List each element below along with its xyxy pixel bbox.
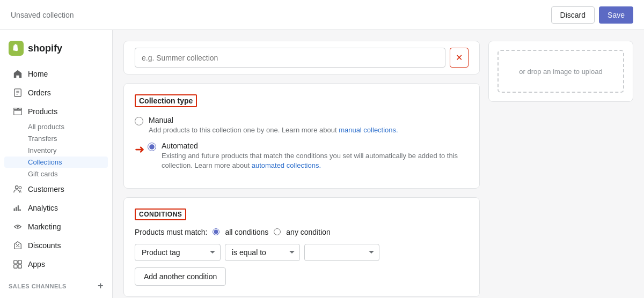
sidebar-item-marketing[interactable]: Marketing bbox=[4, 218, 108, 236]
manual-collections-link[interactable]: manual collections. bbox=[339, 126, 398, 134]
sidebar-item-orders[interactable]: Orders bbox=[4, 84, 108, 102]
sidebar-sub-collections[interactable]: Collections bbox=[4, 157, 108, 168]
sidebar-item-products[interactable]: Products bbox=[4, 102, 108, 121]
automated-label[interactable]: Automated bbox=[162, 141, 198, 150]
discard-button[interactable]: Discard bbox=[551, 6, 595, 24]
collection-name-input[interactable] bbox=[135, 48, 445, 68]
image-drop-area[interactable]: or drop an image to upload bbox=[497, 50, 624, 93]
logo: shopify bbox=[0, 34, 112, 64]
manual-option: Manual Add products to this collection o… bbox=[135, 116, 469, 135]
svg-rect-7 bbox=[18, 265, 21, 268]
automated-desc: Existing and future products that match … bbox=[162, 151, 469, 170]
close-icon: ✕ bbox=[456, 53, 463, 63]
save-button[interactable]: Save bbox=[599, 6, 633, 24]
svg-rect-6 bbox=[14, 265, 17, 268]
any-condition-radio[interactable] bbox=[274, 228, 281, 235]
sidebar-sub-transfers[interactable]: Transfers bbox=[4, 133, 108, 144]
svg-rect-4 bbox=[14, 260, 17, 264]
add-sales-channel-icon[interactable]: + bbox=[98, 280, 104, 292]
svg-point-2 bbox=[19, 187, 21, 189]
sales-channels-section: SALES CHANNELS + bbox=[0, 274, 112, 294]
conditions-header: CONDITIONS bbox=[135, 208, 186, 220]
sidebar-item-analytics[interactable]: Analytics bbox=[4, 199, 108, 217]
sidebar-item-home[interactable]: Home bbox=[4, 65, 108, 83]
products-icon bbox=[13, 107, 23, 116]
drop-text: or drop an image to upload bbox=[519, 68, 602, 76]
main-layout: shopify Home Orders Products All product… bbox=[0, 30, 644, 298]
all-conditions-label[interactable]: all conditions bbox=[225, 228, 268, 236]
automated-radio[interactable] bbox=[148, 143, 156, 151]
condition-value-select[interactable] bbox=[304, 244, 379, 261]
apps-icon bbox=[13, 259, 23, 269]
home-icon bbox=[13, 69, 23, 79]
automated-option-content: Automated Existing and future products t… bbox=[162, 141, 469, 170]
automated-collections-link[interactable]: automated collections. bbox=[252, 161, 321, 169]
sidebar-item-customers[interactable]: Customers bbox=[4, 180, 108, 198]
analytics-icon bbox=[13, 203, 23, 213]
main-content: ✕ Collection type Manual Add products to… bbox=[113, 30, 644, 298]
manual-radio[interactable] bbox=[135, 117, 143, 125]
sidebar-sub-all-products[interactable]: All products bbox=[4, 121, 108, 132]
svg-point-1 bbox=[16, 186, 18, 189]
products-must-match-label: Products must match: bbox=[135, 228, 207, 236]
collection-type-card: Collection type Manual Add products to t… bbox=[123, 83, 480, 189]
condition-field-select[interactable]: Product tag bbox=[135, 244, 221, 261]
manual-desc: Add products to this collection one by o… bbox=[149, 125, 398, 135]
header-actions: Discard Save bbox=[551, 6, 633, 24]
right-panel: or drop an image to upload bbox=[488, 41, 633, 287]
page-header: Unsaved collection Discard Save bbox=[0, 0, 644, 30]
sidebar-item-marketing-label: Marketing bbox=[28, 222, 61, 231]
sidebar-sub-gift-cards[interactable]: Gift cards bbox=[4, 168, 108, 180]
condition-operator-select[interactable]: is equal to bbox=[225, 244, 300, 261]
manual-label[interactable]: Manual bbox=[149, 116, 173, 124]
shopify-logo-text: shopify bbox=[28, 43, 62, 54]
sidebar-item-apps-label: Apps bbox=[28, 260, 45, 269]
any-condition-label[interactable]: any condition bbox=[286, 228, 331, 236]
arrow-indicator: ➜ bbox=[135, 143, 144, 157]
conditions-card: CONDITIONS Products must match: all cond… bbox=[123, 197, 480, 297]
sidebar-item-products-label: Products bbox=[28, 107, 57, 116]
svg-rect-5 bbox=[18, 260, 21, 264]
clear-input-button[interactable]: ✕ bbox=[450, 48, 469, 68]
top-input-row: ✕ bbox=[135, 48, 469, 68]
center-column: ✕ Collection type Manual Add products to… bbox=[123, 41, 480, 287]
add-condition-button[interactable]: Add another condition bbox=[135, 267, 226, 286]
svg-point-3 bbox=[17, 226, 19, 228]
orders-icon bbox=[13, 88, 23, 98]
sidebar-item-online-store[interactable]: Online Store ⚙ bbox=[4, 294, 108, 298]
shopify-logo-icon bbox=[9, 41, 24, 56]
sidebar-item-discounts-label: Discounts bbox=[28, 241, 61, 250]
products-must-match-row: Products must match: all conditions any … bbox=[135, 228, 469, 236]
sidebar-item-discounts[interactable]: Discounts bbox=[4, 236, 108, 255]
manual-option-content: Manual Add products to this collection o… bbox=[149, 116, 398, 135]
sidebar-sub-inventory[interactable]: Inventory bbox=[4, 145, 108, 156]
sidebar-item-analytics-label: Analytics bbox=[28, 204, 58, 212]
top-card: ✕ bbox=[123, 41, 480, 74]
sidebar-item-orders-label: Orders bbox=[28, 88, 51, 97]
sidebar: shopify Home Orders Products All product… bbox=[0, 30, 113, 298]
sidebar-item-apps[interactable]: Apps bbox=[4, 255, 108, 273]
sidebar-item-home-label: Home bbox=[28, 70, 48, 78]
all-conditions-radio[interactable] bbox=[213, 228, 219, 235]
image-upload-card: or drop an image to upload bbox=[488, 41, 633, 102]
collection-type-header: Collection type bbox=[135, 94, 197, 107]
automated-option: Automated Existing and future products t… bbox=[148, 141, 469, 170]
sidebar-item-customers-label: Customers bbox=[28, 185, 64, 193]
condition-row: Product tag is equal to bbox=[135, 244, 469, 261]
discounts-icon bbox=[13, 241, 23, 250]
page-title: Unsaved collection bbox=[11, 11, 74, 19]
marketing-icon bbox=[13, 222, 23, 232]
customers-icon bbox=[13, 184, 23, 194]
